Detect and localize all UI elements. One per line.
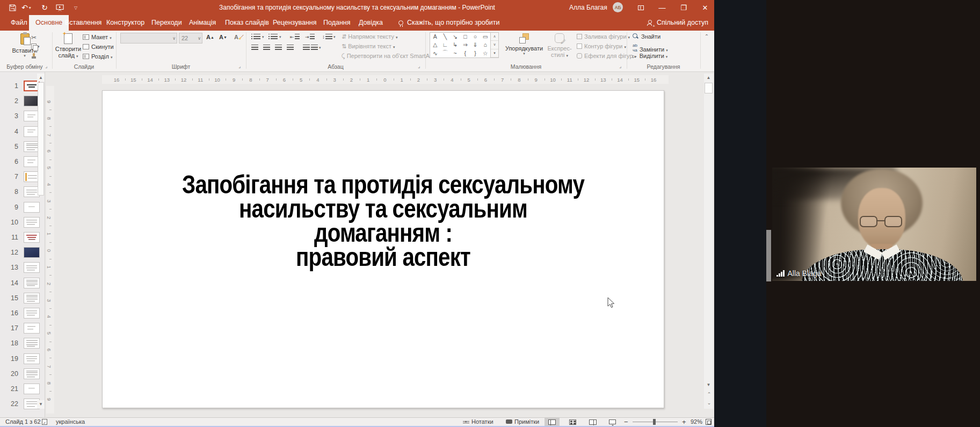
share-button[interactable]: Спільний доступ [647,15,708,31]
tab-конструктор[interactable]: Конструктор [100,15,151,31]
slide-thumbnail-12[interactable] [24,247,40,258]
align-left-icon[interactable] [251,45,258,50]
replace-button[interactable]: abчаЗамінити ▾ [633,43,668,53]
shape-line-icon[interactable]: ╲ [440,33,451,41]
shapes-more-icon[interactable]: ▾ [491,49,498,57]
shape-arrow-down-icon[interactable]: ⇓ [470,41,481,49]
format-painter-icon[interactable] [31,53,37,60]
slide-title-text[interactable]: Запобігання та протидія сексуальномунаси… [148,172,619,269]
shape-rounded-rectangle-icon[interactable]: ▭ [480,33,490,41]
zoom-out-button[interactable]: − [624,418,628,426]
scrollbar-thumb[interactable] [705,83,713,93]
shape-scribble-icon[interactable]: ∿ [430,48,440,57]
tab-переходи[interactable]: Переходи [145,15,188,31]
qat-customize-icon[interactable]: ▽ [71,3,81,12]
shapes-scroll-down-icon[interactable]: ∨ [491,41,498,49]
comments-button[interactable]: Примітки [506,418,539,426]
shape-outline-button[interactable]: Контур фігури ▾ [577,43,626,49]
previous-slide-icon[interactable]: ⌃ [704,390,713,399]
shape-star-icon[interactable]: ☆ [480,48,490,57]
zoom-slider-thumb[interactable] [653,419,656,425]
account-name[interactable]: Алла Благая [569,0,607,15]
language-indicator[interactable]: українська [56,418,85,426]
shapes-gallery-scroll[interactable]: ∧ ∨ ▾ [491,32,499,58]
tab-подання[interactable]: Подання [317,15,357,31]
redo-icon[interactable]: ↻ [40,3,49,12]
shape-brace-left-icon[interactable]: { [460,48,470,57]
font-size-combo[interactable]: 22∨ [179,33,202,44]
tab-рецензування[interactable]: Рецензування [266,15,323,31]
slide-thumbnail-14[interactable] [24,278,40,288]
shape-effects-button[interactable]: Ефекти для фігур ▾ [577,53,636,59]
shape-arrow-right-icon[interactable]: ⇒ [460,41,470,49]
thumbnail-scroll-down-icon[interactable]: ▼ [37,400,45,409]
shape-elbow-connector-icon[interactable]: ∟ [440,41,451,49]
avatar[interactable]: АБ [613,2,623,12]
shapes-gallery[interactable]: A╲↘□○▭△∟↳⇒⇓⌂∿⌒~{}☆ [430,32,491,58]
shape-fill-button[interactable]: Заливка фігури ▾ [577,33,630,40]
slide-thumbnail-17[interactable] [24,323,40,334]
increase-indent-icon[interactable]: ⇥ [305,34,317,40]
text-direction-button[interactable]: ⇵ Напрямок тексту ▾ [342,33,398,40]
find-button[interactable]: Знайти [633,33,660,40]
slide-thumbnail-11[interactable] [24,232,40,243]
webcam-video-tile[interactable]: Alla Blaga [772,168,976,281]
cut-icon[interactable]: ✂ [31,34,37,41]
paragraph-dialog-launcher[interactable]: ⌟ [418,63,423,69]
shape-text-box-icon[interactable]: A [430,33,440,41]
slide-thumbnail-21[interactable] [24,383,40,394]
new-slide-button[interactable]: Створити слайд ▾ [55,33,82,59]
slide-thumbnail-15[interactable] [24,293,40,303]
view-slide-sorter-button[interactable] [565,418,580,426]
shapes-scroll-up-icon[interactable]: ∧ [491,33,498,41]
slide-canvas[interactable]: Запобігання та протидія сексуальномунаси… [102,90,664,408]
shape-curve-icon[interactable]: ~ [450,48,460,57]
tell-me-box[interactable]: Скажіть, що потрібно зробити [398,15,500,31]
undo-icon[interactable]: ↶▾ [21,3,31,12]
minimize-button[interactable]: — [653,0,671,15]
justify-icon[interactable] [287,45,294,50]
numbering-button[interactable]: ▾ [268,34,281,40]
font-dialog-launcher[interactable]: ⌟ [238,63,244,69]
ribbon-display-options-icon[interactable]: ↥ [631,0,650,15]
zoom-in-button[interactable]: + [682,418,686,426]
scroll-down-icon[interactable]: ▼ [704,381,713,389]
slide-thumbnail-13[interactable] [24,262,40,273]
clear-formatting-icon[interactable]: A🧹 [234,34,244,40]
section-button[interactable]: Розділ ▾ [83,53,113,60]
slide-thumbnail-20[interactable] [24,368,40,379]
zoom-level[interactable]: 92% [691,418,702,426]
slide-thumbnail-18[interactable] [24,338,40,349]
shape-home-shape-icon[interactable]: ⌂ [480,41,490,49]
shape-triangle-icon[interactable]: △ [430,41,440,49]
slide-thumbnail-16[interactable] [24,308,40,319]
columns-button[interactable]: ▾ [303,45,321,50]
notes-button[interactable]: Нотатки [463,418,493,426]
tab-довідка[interactable]: Довідка [352,15,389,31]
bullets-button[interactable]: ▾ [251,34,264,40]
collapse-ribbon-icon[interactable]: ⌃ [702,34,711,40]
view-normal-button[interactable] [545,418,560,426]
view-slideshow-button[interactable] [605,418,620,426]
drawing-dialog-launcher[interactable]: ⌟ [619,63,625,69]
convert-smartart-button[interactable]: ⤹ Перетворити на об'єкт SmartArt ▾ [342,53,437,60]
next-slide-icon[interactable]: ⌄ [704,399,713,407]
align-text-button[interactable]: ⇅ Вирівняти текст ▾ [342,43,395,50]
close-button[interactable]: ✕ [696,0,714,15]
restore-button[interactable]: ❐ [674,0,693,15]
slide-thumbnail-9[interactable] [24,202,40,213]
shape-brace-right-icon[interactable]: } [470,48,481,57]
tab-анімація[interactable]: Анімація [183,15,222,31]
reset-button[interactable]: Скинути [83,44,114,50]
layout-button[interactable]: Макет ▾ [83,34,112,40]
slide-area-scrollbar[interactable]: ▲ ▼ ⌃ ⌄ [704,74,713,409]
spellcheck-icon[interactable] [42,418,47,426]
arrange-button[interactable]: Упорядкувати ▾ [504,33,545,56]
thumbnail-scrollbar-thumb[interactable] [38,82,44,196]
decrease-indent-icon[interactable]: ⇤ [290,34,302,40]
grow-font-icon[interactable]: A▲ [206,34,214,40]
line-spacing-button[interactable]: ↕▾ [322,34,336,40]
shape-rectangle-icon[interactable]: □ [460,33,470,41]
start-slideshow-icon[interactable] [55,3,64,12]
scroll-up-icon[interactable]: ▲ [704,74,713,82]
